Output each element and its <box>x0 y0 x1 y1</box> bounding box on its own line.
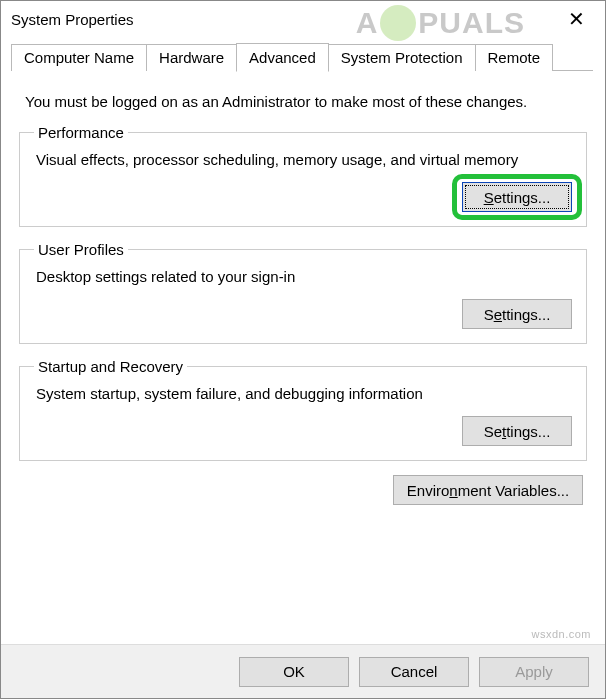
group-user-profiles: User Profiles Desktop settings related t… <box>19 241 587 344</box>
titlebar: System Properties ✕ <box>1 1 605 37</box>
system-properties-window: System Properties ✕ A PUALS Computer Nam… <box>0 0 606 699</box>
desc-startup-recovery: System startup, system failure, and debu… <box>36 385 572 402</box>
legend-performance: Performance <box>34 124 128 141</box>
dialog-button-bar: OK Cancel Apply <box>1 644 605 698</box>
environment-variables-button[interactable]: Environment Variables... <box>393 475 583 505</box>
tabstrip: Computer Name Hardware Advanced System P… <box>1 41 605 71</box>
window-title: System Properties <box>11 11 558 28</box>
tab-content-advanced: You must be logged on as an Administrato… <box>1 71 605 515</box>
tab-computer-name[interactable]: Computer Name <box>11 44 147 71</box>
performance-settings-button[interactable]: Settings... <box>462 182 572 212</box>
tab-advanced[interactable]: Advanced <box>236 43 329 72</box>
wsxdn-text: wsxdn.com <box>531 628 591 640</box>
group-startup-recovery: Startup and Recovery System startup, sys… <box>19 358 587 461</box>
cancel-button[interactable]: Cancel <box>359 657 469 687</box>
legend-startup-recovery: Startup and Recovery <box>34 358 187 375</box>
apply-button[interactable]: Apply <box>479 657 589 687</box>
user-profiles-settings-button[interactable]: Settings... <box>462 299 572 329</box>
ok-button[interactable]: OK <box>239 657 349 687</box>
startup-recovery-settings-button[interactable]: Settings... <box>462 416 572 446</box>
desc-performance: Visual effects, processor scheduling, me… <box>36 151 572 168</box>
group-performance: Performance Visual effects, processor sc… <box>19 124 587 227</box>
close-icon[interactable]: ✕ <box>558 9 595 29</box>
desc-user-profiles: Desktop settings related to your sign-in <box>36 268 572 285</box>
legend-user-profiles: User Profiles <box>34 241 128 258</box>
tab-hardware[interactable]: Hardware <box>146 44 237 71</box>
tab-remote[interactable]: Remote <box>475 44 554 71</box>
tab-system-protection[interactable]: System Protection <box>328 44 476 71</box>
intro-text: You must be logged on as an Administrato… <box>25 93 581 110</box>
